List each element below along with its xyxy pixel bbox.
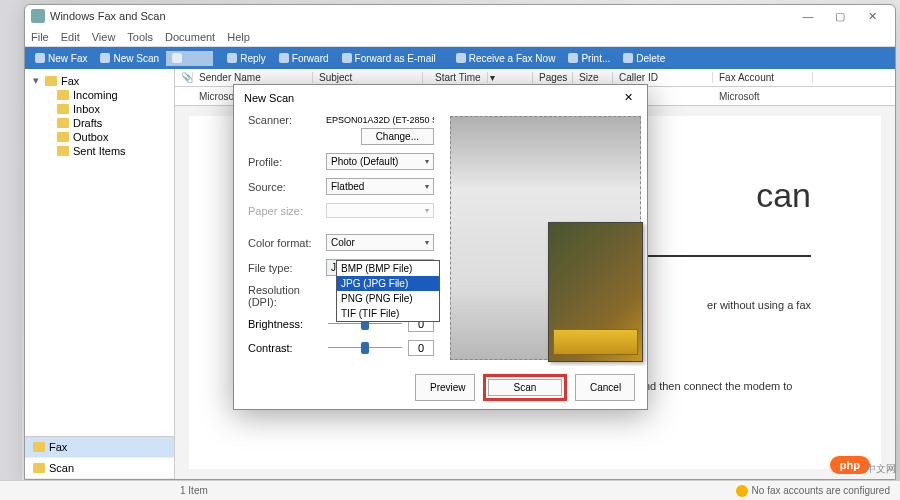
chevron-down-icon: ▾ [425, 206, 429, 215]
statusbar: 1 Item No fax accounts are configured [0, 480, 900, 500]
file-type-label: File type: [248, 262, 322, 274]
tree-outbox[interactable]: Outbox [57, 130, 168, 144]
app-icon [31, 9, 45, 23]
titlebar: Windows Fax and Scan — ▢ ✕ [25, 5, 895, 27]
resolution-label: Resolution (DPI): [248, 284, 322, 308]
color-format-select[interactable]: Color▾ [326, 234, 434, 251]
tree-incoming[interactable]: Incoming [57, 88, 168, 102]
toolbar-new-fax[interactable]: New Fax [29, 51, 93, 66]
contrast-slider[interactable] [328, 345, 402, 351]
menu-document[interactable]: Document [165, 31, 215, 43]
toolbar: New Fax New Scan Reply Forward Forward a… [25, 47, 895, 69]
scan-tab-icon [33, 463, 45, 473]
folder-icon [57, 146, 69, 156]
menu-help[interactable]: Help [227, 31, 250, 43]
sidebar-tabs: Fax Scan [25, 436, 174, 479]
scan-preview-area[interactable] [450, 116, 641, 360]
app-title: Windows Fax and Scan [50, 10, 166, 22]
chevron-down-icon: ▾ [425, 182, 429, 191]
preview-button[interactable]: Preview [415, 374, 475, 401]
tree-root-fax[interactable]: ▾Fax [31, 73, 168, 88]
menu-file[interactable]: File [31, 31, 49, 43]
print-icon [568, 53, 578, 63]
reply-icon [227, 53, 237, 63]
slider-thumb[interactable] [361, 342, 369, 354]
col-pages[interactable]: Pages [533, 72, 573, 83]
chevron-down-icon: ▾ [425, 238, 429, 247]
status-item-count: 1 Item [180, 485, 208, 496]
menu-edit[interactable]: Edit [61, 31, 80, 43]
file-type-option-tif[interactable]: TIF (TIF File) [337, 306, 439, 321]
toolbar-reply[interactable]: Reply [221, 51, 272, 66]
folder-icon [57, 132, 69, 142]
file-type-dropdown: BMP (BMP File) JPG (JPG File) PNG (PNG F… [336, 260, 440, 322]
forward-icon [279, 53, 289, 63]
paper-size-label: Paper size: [248, 205, 322, 217]
new-scan-dialog: New Scan ✕ Scanner: EPSON01A32D (ET-2850… [233, 84, 648, 410]
dialog-close-button[interactable]: ✕ [619, 91, 637, 104]
folder-icon [45, 76, 57, 86]
folder-tree: ▾Fax Incoming Inbox Drafts Outbox Sent I… [25, 69, 174, 436]
window-controls: — ▢ ✕ [799, 10, 889, 23]
dialog-titlebar: New Scan ✕ [234, 85, 647, 110]
new-fax-icon [35, 53, 45, 63]
file-type-option-jpg[interactable]: JPG (JPG File) [337, 276, 439, 291]
menu-tools[interactable]: Tools [127, 31, 153, 43]
toolbar-delete[interactable]: Delete [617, 51, 671, 66]
menubar: File Edit View Tools Document Help [25, 27, 895, 47]
tree-drafts[interactable]: Drafts [57, 116, 168, 130]
source-select[interactable]: Flatbed▾ [326, 178, 434, 195]
close-button[interactable]: ✕ [863, 10, 881, 23]
dialog-title: New Scan [244, 92, 294, 104]
warning-icon [736, 485, 748, 497]
toolbar-forward[interactable]: Forward [273, 51, 335, 66]
col-attachment[interactable]: 📎 [175, 72, 193, 83]
php-watermark-text: 中文网 [866, 462, 896, 476]
toolbar-print[interactable]: Print... [562, 51, 616, 66]
col-callerid[interactable]: Caller ID [613, 72, 713, 83]
scan-preview-pane [444, 110, 647, 366]
cancel-button[interactable]: Cancel [575, 374, 635, 401]
contrast-value[interactable]: 0 [408, 340, 434, 356]
desktop-taskbar-stub [0, 0, 22, 500]
scanner-value: EPSON01A32D (ET-2850 Ser...) [326, 115, 434, 125]
col-subject[interactable]: Subject [313, 72, 423, 83]
contrast-label: Contrast: [248, 342, 322, 354]
tree-sent-items[interactable]: Sent Items [57, 144, 168, 158]
profile-select[interactable]: Photo (Default)▾ [326, 153, 434, 170]
sidebar: ▾Fax Incoming Inbox Drafts Outbox Sent I… [25, 69, 175, 479]
cell-account: Microsoft [713, 91, 813, 102]
maximize-button[interactable]: ▢ [831, 10, 849, 23]
tab-fax[interactable]: Fax [25, 437, 174, 458]
toolbar-new-scan[interactable]: New Scan [94, 51, 165, 66]
menu-view[interactable]: View [92, 31, 116, 43]
blank-icon [172, 53, 182, 63]
change-scanner-button[interactable]: Change... [361, 128, 434, 145]
col-start-time[interactable]: Start Time ▾ [423, 72, 533, 83]
receive-fax-icon [456, 53, 466, 63]
source-label: Source: [248, 181, 322, 193]
fax-tab-icon [33, 442, 45, 452]
scanner-label: Scanner: [248, 114, 322, 126]
forward-email-icon [342, 53, 352, 63]
scanner-row: Scanner: EPSON01A32D (ET-2850 Ser...) [248, 114, 434, 126]
col-size[interactable]: Size [573, 72, 613, 83]
dialog-form: Scanner: EPSON01A32D (ET-2850 Ser...) Ch… [234, 110, 444, 366]
scan-button[interactable]: Scan [488, 379, 562, 396]
scanned-photo [548, 222, 643, 362]
tab-scan[interactable]: Scan [25, 458, 174, 479]
dialog-actions: Preview Scan Cancel [234, 366, 647, 409]
file-type-option-bmp[interactable]: BMP (BMP File) [337, 261, 439, 276]
col-account[interactable]: Fax Account [713, 72, 813, 83]
tree-inbox[interactable]: Inbox [57, 102, 168, 116]
toolbar-receive-fax[interactable]: Receive a Fax Now [450, 51, 562, 66]
paper-size-select: ▾ [326, 203, 434, 218]
folder-icon [57, 104, 69, 114]
new-scan-icon [100, 53, 110, 63]
minimize-button[interactable]: — [799, 10, 817, 23]
toolbar-forward-email[interactable]: Forward as E-mail [336, 51, 442, 66]
col-sender[interactable]: Sender Name [193, 72, 313, 83]
file-type-option-png[interactable]: PNG (PNG File) [337, 291, 439, 306]
profile-label: Profile: [248, 156, 322, 168]
toolbar-selected-blank[interactable] [166, 51, 213, 66]
